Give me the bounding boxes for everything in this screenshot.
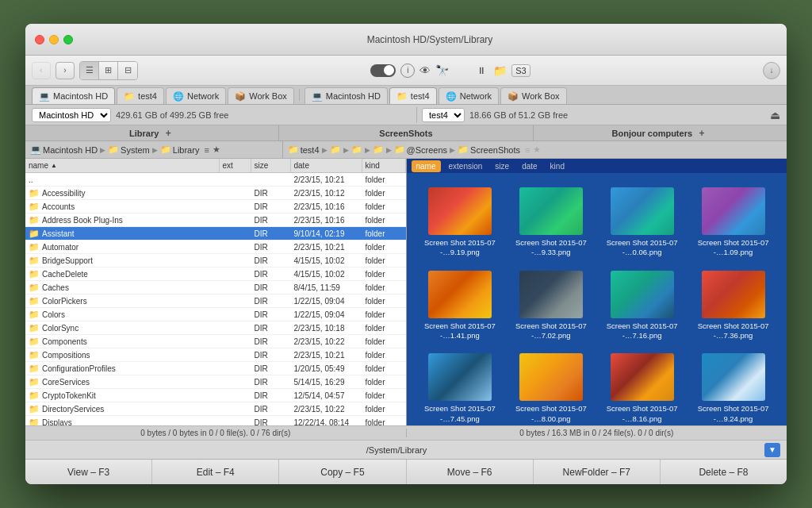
- list-item[interactable]: Screen Shot 2015-07-…7.16.png: [596, 264, 688, 348]
- file-kind-cell: folder: [362, 227, 406, 240]
- table-row[interactable]: 📁DisplaysDIR12/22/14, 08:14folder: [25, 416, 406, 425]
- breadcrumb-item-screenshots[interactable]: 📁 ScreenShots: [458, 144, 520, 155]
- breadcrumb-r-item-4[interactable]: 📁: [373, 144, 384, 155]
- binocular-icon[interactable]: 🔭: [435, 64, 449, 77]
- breadcrumb-r-item-3[interactable]: 📁: [351, 144, 362, 155]
- left-panel-add-btn[interactable]: +: [162, 127, 174, 140]
- breadcrumb-r-star-btn[interactable]: ★: [533, 144, 541, 155]
- maximize-button[interactable]: [63, 35, 73, 44]
- right-col-date[interactable]: date: [517, 160, 542, 172]
- list-item[interactable]: Screen Shot 2015-07-…7.45.png: [415, 347, 506, 425]
- table-row[interactable]: 📁ColorsDIR1/22/15, 09:04folder: [25, 308, 406, 321]
- tab-label: test4: [138, 91, 157, 101]
- tab-right-macintosh-hd[interactable]: 💻 Macintosh HD: [304, 87, 388, 104]
- breadcrumb-item-hd[interactable]: 💻 Macintosh HD: [30, 144, 98, 155]
- eject-button[interactable]: ⏏: [770, 109, 780, 121]
- download-button[interactable]: ↓: [763, 62, 780, 79]
- tab-left-test4[interactable]: 📁 test4: [117, 87, 164, 104]
- tab-right-workbox[interactable]: 📦 Work Box: [500, 87, 566, 104]
- right-col-kind[interactable]: kind: [546, 160, 569, 172]
- tab-left-macintosh-hd[interactable]: 💻 Macintosh HD: [32, 87, 115, 104]
- table-row[interactable]: 📁ColorSyncDIR2/23/15, 10:18folder: [25, 321, 406, 335]
- breadcrumb-item-system[interactable]: 📁 System: [108, 144, 150, 155]
- list-item[interactable]: Screen Shot 2015-07-…9.33.png: [505, 181, 596, 264]
- folder-button[interactable]: 📁: [493, 64, 507, 77]
- table-row[interactable]: 📁AccessibilityDIR2/23/15, 10:12folder: [25, 187, 406, 200]
- list-view-button[interactable]: ☰: [80, 62, 99, 79]
- table-row[interactable]: 📁ColorPickersDIR1/22/15, 09:04folder: [25, 294, 406, 308]
- nav-forward-button[interactable]: ›: [56, 62, 75, 79]
- table-row[interactable]: 📁AccountsDIR2/23/15, 10:16folder: [25, 200, 406, 214]
- eye-icon[interactable]: 👁: [419, 64, 431, 77]
- list-item[interactable]: Screen Shot 2015-07-…8.00.png: [505, 347, 596, 425]
- toggle-switch[interactable]: [370, 64, 396, 77]
- list-item[interactable]: Screen Shot 2015-07-…7.02.png: [505, 264, 596, 348]
- file-name-cell: 📁Caches: [25, 281, 220, 294]
- table-row[interactable]: 📁CompositionsDIR2/23/15, 10:21folder: [25, 348, 406, 362]
- screens-label: @Screens: [407, 145, 448, 155]
- bonjour-add-btn[interactable]: +: [695, 127, 708, 140]
- col-header-ext[interactable]: ext: [220, 159, 251, 172]
- path-bar-dropdown[interactable]: ▼: [764, 443, 780, 457]
- tab-right-network[interactable]: 🌐 Network: [439, 87, 499, 104]
- minimize-button[interactable]: [49, 35, 59, 44]
- table-row[interactable]: ..2/23/15, 10:21folder: [25, 173, 406, 187]
- list-item[interactable]: Screen Shot 2015-07-…8.16.png: [596, 347, 688, 425]
- table-row[interactable]: 📁CoreServicesDIR5/14/15, 16:29folder: [25, 375, 406, 389]
- breadcrumb-item-screens[interactable]: 📁 @Screens: [394, 144, 448, 155]
- bottom-btn-move---f6[interactable]: Move – F6: [407, 460, 534, 484]
- table-row[interactable]: 📁Address Book Plug-InsDIR2/23/15, 10:16f…: [25, 214, 406, 227]
- bottom-btn-newfolder---f7[interactable]: NewFolder – F7: [534, 460, 661, 484]
- list-item[interactable]: Screen Shot 2015-07-…1.41.png: [415, 264, 506, 348]
- breadcrumb-star-btn[interactable]: ★: [213, 144, 220, 155]
- table-row[interactable]: 📁AssistantDIR9/10/14, 02:19folder: [25, 227, 406, 241]
- table-row[interactable]: 📁ComponentsDIR2/23/15, 10:22folder: [25, 335, 406, 348]
- breadcrumb-item-library[interactable]: 📁 Library: [160, 144, 200, 155]
- right-col-name[interactable]: name: [412, 160, 441, 172]
- list-item[interactable]: Screen Shot 2015-07-…1.09.png: [688, 181, 779, 264]
- list-item[interactable]: Screen Shot 2015-07-…7.36.png: [688, 264, 779, 348]
- column-view-button[interactable]: ⊟: [118, 62, 137, 79]
- left-drive-select[interactable]: Macintosh HD: [32, 108, 111, 122]
- table-row[interactable]: 📁CachesDIR8/4/15, 11:59folder: [25, 281, 406, 294]
- table-row[interactable]: 📁CacheDeleteDIR4/15/15, 10:02folder: [25, 267, 406, 281]
- table-row[interactable]: 📁CryptoTokenKitDIR12/5/14, 04:57folder: [25, 389, 406, 402]
- icon-grid[interactable]: Screen Shot 2015-07-…9.19.pngScreen Shot…: [407, 173, 787, 425]
- tab-right-test4[interactable]: 📁 test4: [389, 87, 437, 104]
- sync-button[interactable]: ⏸: [474, 64, 488, 78]
- tab-left-workbox[interactable]: 📦 Work Box: [228, 87, 293, 104]
- col-header-kind[interactable]: kind: [362, 159, 406, 172]
- breadcrumb-r-menu-btn[interactable]: ≡: [525, 145, 530, 155]
- nav-back-button[interactable]: ‹: [32, 62, 51, 79]
- file-name-text: ..: [29, 175, 33, 184]
- info-button[interactable]: i: [400, 64, 415, 78]
- col-header-name[interactable]: name ▲: [25, 159, 220, 172]
- s3-button[interactable]: S3: [511, 64, 530, 77]
- tab-left-network[interactable]: 🌐 Network: [166, 87, 226, 104]
- file-kind-cell: folder: [362, 362, 406, 375]
- list-item[interactable]: Screen Shot 2015-07-…0.06.png: [596, 181, 688, 264]
- table-row[interactable]: 📁BridgeSupportDIR4/15/15, 10:02folder: [25, 254, 406, 267]
- file-list-body[interactable]: ..2/23/15, 10:21folder📁AccessibilityDIR2…: [25, 173, 406, 425]
- table-row[interactable]: 📁AutomatorDIR2/23/15, 10:21folder: [25, 241, 406, 254]
- close-button[interactable]: [35, 35, 44, 44]
- right-drive-select[interactable]: test4: [422, 108, 465, 122]
- bottom-btn-delete---f8[interactable]: Delete – F8: [661, 460, 787, 484]
- col-header-size[interactable]: size: [251, 159, 291, 172]
- table-row[interactable]: 📁ConfigurationProfilesDIR1/20/15, 05:49f…: [25, 362, 406, 375]
- icon-label: Screen Shot 2015-07-…9.33.png: [515, 238, 587, 258]
- right-col-extension[interactable]: extension: [444, 160, 488, 172]
- bottom-btn-copy---f5[interactable]: Copy – F5: [279, 460, 406, 484]
- list-item[interactable]: Screen Shot 2015-07-…9.19.png: [415, 181, 506, 264]
- breadcrumb-menu-btn[interactable]: ≡: [204, 145, 209, 155]
- col-header-date[interactable]: date: [291, 159, 362, 172]
- file-ext-cell: [220, 362, 251, 375]
- icon-view-button[interactable]: ⊞: [99, 62, 118, 79]
- table-row[interactable]: 📁DirectoryServicesDIR2/23/15, 10:22folde…: [25, 402, 406, 416]
- right-col-size[interactable]: size: [490, 160, 514, 172]
- bottom-btn-edit---f4[interactable]: Edit – F4: [152, 460, 279, 484]
- list-item[interactable]: Screen Shot 2015-07-…9.24.png: [688, 347, 779, 425]
- breadcrumb-item-test4[interactable]: 📁 test4: [288, 144, 320, 155]
- bottom-btn-view---f3[interactable]: View – F3: [25, 460, 152, 484]
- breadcrumb-r-item-2[interactable]: 📁: [330, 144, 341, 155]
